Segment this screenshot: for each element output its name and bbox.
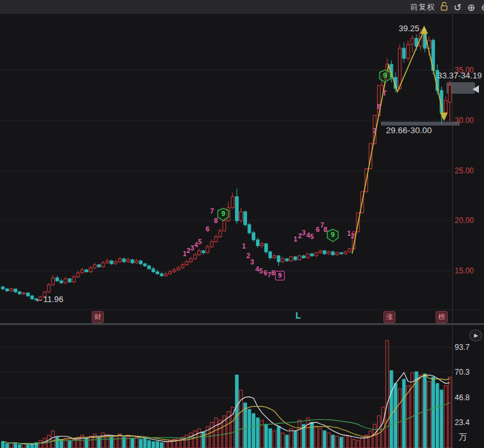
td-count-marker: 4 [306,232,310,239]
td-count-marker: 6 [316,226,320,233]
td-count-marker: 6 [264,270,267,277]
lock-open-icon[interactable] [441,2,448,12]
td-count-marker: 5 [310,233,314,240]
price-axis-label: 15.00 [455,266,484,275]
td-count-marker: 7 [210,208,214,215]
td-count-marker: 4 [194,242,198,249]
td-count-marker: 3 [190,245,194,252]
adjust-mode-button[interactable]: 前复权 [410,2,435,13]
td-count-marker: T [383,90,387,97]
volume-axis-label: 46.8 [455,393,484,402]
td-count-marker: 4 [255,266,259,273]
td-count-marker: 5 [259,268,263,275]
td-count-marker: 5 [198,238,202,245]
td9-badge-marker: 9 [275,271,285,280]
peak-price-annotation: 39.25→ [399,24,428,33]
stock-kline-screen: 前复权 ↺ ⊕ ⊖ 39.25→ ←11.96 33.37-34.19 29.6… [0,0,484,448]
volume-chart-area[interactable] [0,326,484,448]
chart-toolbar: 前复权 ↺ ⊕ ⊖ [0,0,484,15]
zoom-out-icon[interactable]: ⊖ [481,3,484,12]
td-count-marker: 2 [187,247,190,254]
td9-shield-marker: 9 [327,229,339,242]
price-axis-label: 20.00 [455,216,484,225]
td-count-marker: 2 [246,252,250,259]
volume-axis-label: 93.7 [455,343,484,352]
expand-indicator-button[interactable]: ▶ [469,329,482,342]
event-badge[interactable]: 财 [92,311,104,323]
td-count-marker: 1 [347,230,351,237]
price-axis-label: 30.00 [455,116,484,125]
gap-lower-annotation: 29.66-30.00 [386,126,432,135]
low-price-annotation: ←11.96 [35,294,64,304]
volume-axis-label: 70.3 [455,368,484,377]
letter-l-marker[interactable]: L [295,310,301,321]
td-count-marker: 3 [302,229,306,236]
td-count-marker: 7 [267,271,271,278]
event-badge[interactable]: 涨 [383,311,395,323]
zoom-in-icon[interactable]: ⊕ [467,3,476,12]
volume-unit-label: 万 [459,433,484,442]
td9-shield-marker: 9 [217,208,229,221]
td-count-marker: 2 [351,233,355,240]
pane-divider[interactable] [0,323,484,325]
td-count-marker: 2 [298,233,302,240]
td-count-marker: 6 [206,226,210,233]
td-count-marker: 8 [377,103,381,110]
td-count-marker: 1 [242,243,246,250]
gap-upper-annotation: 33.37-34.19 [438,71,481,80]
price-chart-area[interactable] [0,15,484,309]
event-badge[interactable]: 榜 [436,311,448,323]
td-count-marker: 3 [250,259,254,266]
td-count-marker: 7 [373,127,376,134]
td-count-marker: 1 [294,236,297,243]
volume-axis-label: 23.4 [455,418,484,427]
undo-icon[interactable]: ↺ [453,3,462,12]
price-axis-label: 25.00 [455,166,484,175]
td-count-marker: 1 [183,250,187,257]
td9-shield-marker: 9 [379,69,391,83]
